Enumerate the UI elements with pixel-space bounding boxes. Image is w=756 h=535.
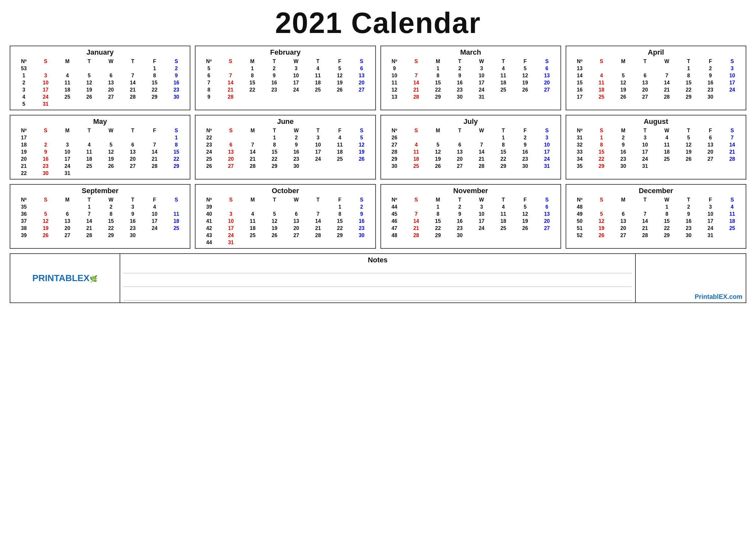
cell: 22 [241,86,263,94]
cell [100,65,122,72]
col-header: Nº [384,58,405,65]
col-header: S [35,127,56,134]
cell: 2 [166,65,187,72]
cell: 31 [471,94,492,100]
month-name: January [13,48,187,57]
cell [263,94,285,100]
cell: 11 [57,79,78,86]
leaf-icon: 🌿 [90,275,97,283]
cell [220,204,242,211]
cell: 4 [329,134,351,141]
cell [78,100,100,108]
col-header: T [307,58,329,65]
cell: 1 [427,65,448,72]
cell: 13 [569,65,590,72]
cell: 23 [449,86,471,94]
cell: 15 [656,218,677,225]
cell: 23 [35,163,56,170]
month-table: NºSMTWTFS5123456678910111213714151617181… [198,58,372,100]
cell: 28 [405,94,427,100]
cell: 16 [122,218,144,225]
col-header: F [144,196,165,204]
cell: 4 [493,65,514,72]
cell: 12 [590,218,612,225]
cell: 25 [493,86,514,94]
cell: 1 [493,134,514,141]
cell: 27 [57,232,78,239]
cell: 27 [100,94,122,100]
col-header: W [471,58,492,65]
col-header: Nº [198,196,220,204]
cell: 13 [612,218,634,225]
month-table: NºSMTWTFS3912403456789411011121314151642… [198,196,372,246]
cell: 3 [471,204,492,211]
cell: 22 [166,155,187,163]
cell: 5 [427,141,448,149]
cell: 6 [351,65,373,72]
cell: 11 [329,141,351,149]
cell: 13 [699,141,721,149]
cell: 11 [166,211,187,218]
cell: 30 [122,232,144,239]
cell: 28 [78,232,100,239]
cell: 20 [57,225,78,232]
cell [35,134,56,141]
month-block-november: NovemberNºSMTWTFS44123456457891011121346… [380,184,561,249]
cell [166,232,187,239]
col-header: T [122,127,144,134]
col-header: S [721,58,743,65]
brand-area: PrintablEX.com [636,254,746,302]
cell: 4 [493,204,514,211]
cell: 22 [427,86,448,94]
cell [57,65,78,72]
cell: 49 [569,211,590,218]
col-header: S [166,127,187,134]
cell: 21 [307,225,329,232]
cell: 12 [263,218,285,225]
cell: 6 [198,72,220,79]
notes-lines [123,266,632,300]
month-name: October [198,187,372,195]
cell [78,65,100,72]
cell [35,204,56,211]
col-header: S [166,196,187,204]
cell: 25 [242,232,263,239]
cell: 23 [198,141,220,149]
cell: 2 [449,204,471,211]
cell: 3 [699,204,721,211]
cell: 31 [57,170,78,177]
cell: 29 [427,94,448,100]
month-name: February [198,48,372,57]
cell [285,204,307,211]
col-header: S [220,127,242,134]
cell [285,239,307,246]
cell: 2 [612,134,634,141]
col-header: Nº [384,127,405,134]
cell: 26 [612,94,634,100]
month-block-february: FebruaryNºSMTWTFS51234566789101112137141… [195,45,376,110]
cell [144,170,165,177]
cell: 7 [242,141,263,149]
col-header: Nº [384,196,405,204]
cell: 30 [514,163,536,170]
cell: 1 [241,65,263,72]
cell: 9 [122,211,144,218]
cell: 22 [329,225,351,232]
cell [57,204,78,211]
cell [329,239,351,246]
cell: 4 [590,72,612,79]
cell: 2 [13,79,35,86]
cell: 11 [493,72,514,79]
cell: 32 [569,141,590,149]
cell: 26 [590,232,612,239]
cell: 23 [449,225,471,232]
logo: PRINTABLEX🌿 [32,273,97,283]
cell: 41 [198,218,220,225]
cell: 10 [285,72,307,79]
cell [514,232,536,239]
cell [612,204,634,211]
cell: 44 [198,239,220,246]
cell: 18 [493,79,514,86]
cell: 17 [35,86,56,94]
month-name: July [384,117,558,126]
